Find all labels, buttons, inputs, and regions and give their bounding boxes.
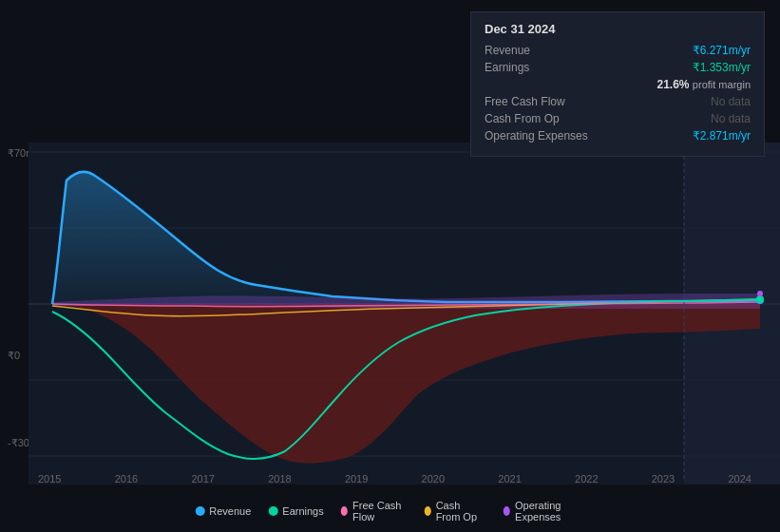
legend-label-cashop: Cash From Op <box>436 500 486 522</box>
x-label-2015: 2015 <box>38 473 61 484</box>
legend-dot-revenue <box>195 506 204 516</box>
chart-svg <box>0 142 780 484</box>
legend-item-revenue[interactable]: Revenue <box>195 505 251 517</box>
tooltip-cashop-label: Cash From Op <box>485 112 608 125</box>
legend-item-cashop[interactable]: Cash From Op <box>424 500 485 522</box>
tooltip-opex-value: ₹2.871m/yr <box>693 129 751 142</box>
legend-item-earnings[interactable]: Earnings <box>268 505 323 517</box>
tooltip-earnings-value: ₹1.353m/yr <box>693 61 751 74</box>
legend-dot-earnings <box>268 506 277 516</box>
x-axis: 2015 2016 2017 2018 2019 2020 2021 2022 … <box>0 467 780 484</box>
tooltip-fcf-row: Free Cash Flow No data <box>485 95 751 108</box>
x-label-2019: 2019 <box>345 473 368 484</box>
tooltip-revenue-label: Revenue <box>485 44 608 57</box>
x-label-2018: 2018 <box>268 473 291 484</box>
tooltip-earnings-label: Earnings <box>485 61 608 74</box>
legend-label-earnings: Earnings <box>282 505 323 517</box>
svg-point-10 <box>757 291 763 296</box>
legend-label-opex: Operating Expenses <box>515 500 585 522</box>
svg-point-9 <box>756 295 764 303</box>
legend-dot-opex <box>504 506 510 516</box>
tooltip-fcf-label: Free Cash Flow <box>485 95 608 108</box>
legend-item-fcf[interactable]: Free Cash Flow <box>341 500 408 522</box>
x-label-2016: 2016 <box>115 473 138 484</box>
tooltip-earnings-row: Earnings ₹1.353m/yr <box>485 61 751 74</box>
chart-legend: Revenue Earnings Free Cash Flow Cash Fro… <box>195 500 585 522</box>
tooltip-cashop-row: Cash From Op No data <box>485 112 751 125</box>
legend-label-revenue: Revenue <box>209 505 251 517</box>
tooltip-opex-row: Operating Expenses ₹2.871m/yr <box>485 129 751 142</box>
tooltip-date: Dec 31 2024 <box>485 22 751 36</box>
legend-label-fcf: Free Cash Flow <box>352 500 407 522</box>
tooltip-opex-label: Operating Expenses <box>485 129 608 142</box>
tooltip-profit-margin-value: 21.6% profit margin <box>656 78 751 91</box>
tooltip-cashop-value: No data <box>711 112 751 125</box>
x-label-2021: 2021 <box>498 473 521 484</box>
tooltip-card: Dec 31 2024 Revenue ₹6.271m/yr Earnings … <box>470 11 765 157</box>
tooltip-profit-margin-row: 21.6% profit margin <box>485 78 751 91</box>
x-label-2024: 2024 <box>728 473 751 484</box>
legend-dot-fcf <box>341 506 348 516</box>
x-label-2022: 2022 <box>575 473 598 484</box>
legend-item-opex[interactable]: Operating Expenses <box>504 500 585 522</box>
x-label-2023: 2023 <box>652 473 675 484</box>
tooltip-revenue-row: Revenue ₹6.271m/yr <box>485 44 751 57</box>
chart-container: Dec 31 2024 Revenue ₹6.271m/yr Earnings … <box>0 0 780 532</box>
legend-dot-cashop <box>424 506 430 516</box>
x-label-2017: 2017 <box>191 473 214 484</box>
tooltip-revenue-value: ₹6.271m/yr <box>693 44 751 57</box>
x-label-2020: 2020 <box>422 473 445 484</box>
tooltip-fcf-value: No data <box>711 95 751 108</box>
